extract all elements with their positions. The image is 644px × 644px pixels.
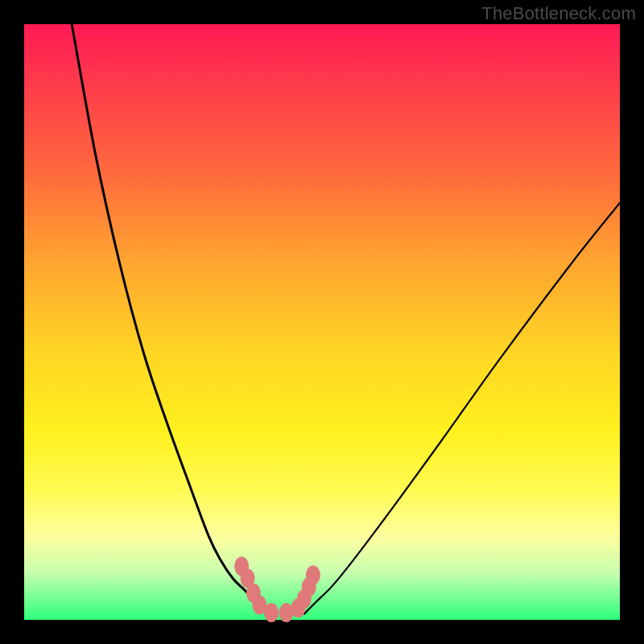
watermark-text: TheBottleneck.com [481, 3, 636, 24]
right-curve [304, 203, 620, 614]
chart-frame: TheBottleneck.com [0, 0, 644, 644]
chart-plot-area [24, 24, 620, 620]
chart-svg [24, 24, 620, 620]
valley-marker [264, 603, 279, 622]
valley-marker [306, 566, 320, 585]
curve-layer [72, 24, 620, 614]
left-curve [72, 24, 268, 614]
marker-layer [234, 556, 320, 622]
